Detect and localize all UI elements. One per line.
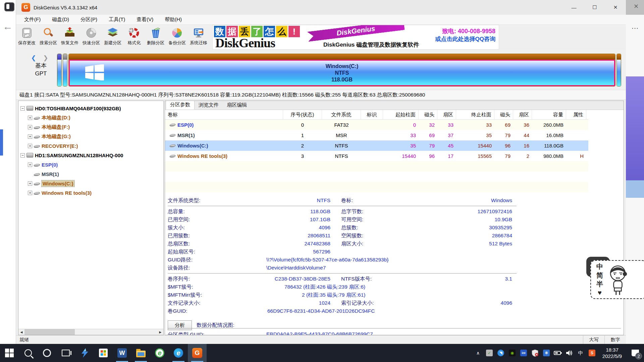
tray-overflow-chevron-icon[interactable]: ∧ <box>472 344 484 362</box>
scroll-right-icon[interactable]: ▶ <box>157 329 163 335</box>
start-button[interactable] <box>0 344 19 362</box>
status-numlock: 数字 <box>604 336 626 344</box>
tray-intel-icon[interactable]: int <box>518 344 529 362</box>
background-close-icon: ✕ <box>634 3 639 10</box>
collapse-icon[interactable]: − <box>20 153 25 158</box>
expand-icon[interactable]: + <box>28 116 32 120</box>
taskbar-edge-button[interactable]: e <box>169 344 188 362</box>
save-changes-button[interactable]: 保存更改 <box>16 25 38 50</box>
format-button[interactable]: 格式化 <box>123 25 145 50</box>
table-row-windows-re[interactable]: Windows RE tools(3) 3NTFS 15440 9617 155… <box>165 151 588 161</box>
cortana-button[interactable] <box>38 344 56 362</box>
tree-item-windows-re[interactable]: +Windows RE tools(3) <box>20 188 163 197</box>
system-migrate-button[interactable]: 系统迁移 <box>188 25 209 50</box>
tree-item-windows-c[interactable]: +Windows(C:) <box>20 179 163 188</box>
partition-block-windows-c[interactable]: Windows(C:) NTFS 118.0GB <box>68 54 615 86</box>
scrollbar-thumb[interactable] <box>24 329 75 335</box>
tray-snowflake-icon[interactable]: ❋ <box>541 344 552 362</box>
tray-ime-mode[interactable]: 中 <box>575 344 586 362</box>
expand-icon[interactable]: + <box>28 134 32 139</box>
new-partition-button[interactable]: 新建分区 <box>102 25 123 50</box>
disk-tree-panel: −HD0:TOSHIBAMQ04ABF100(932GB) +本地磁盘(D:) … <box>18 101 164 335</box>
table-row-esp[interactable]: ESP(0) 0FAT32 0 3233 3369 36260.0MB <box>165 120 588 130</box>
tree-item-local-d[interactable]: +本地磁盘(D:) <box>20 113 163 122</box>
banner-tile: 数 <box>214 26 225 37</box>
backup-partition-button[interactable]: 备份分区 <box>166 25 188 50</box>
expand-icon[interactable]: + <box>28 125 32 129</box>
menu-help[interactable]: 帮助(H) <box>165 16 182 23</box>
wallpaper-purple-band <box>626 76 644 180</box>
recover-files-icon <box>63 26 76 39</box>
ime-mode-cn[interactable]: 中 <box>596 262 603 271</box>
partition-block-esp[interactable] <box>57 54 62 86</box>
tray-nvidia-icon[interactable]: ◉ <box>506 344 518 362</box>
format-icon <box>128 26 141 39</box>
search-partition-icon <box>42 26 55 39</box>
taskbar: W e e G ∧ ✓ ◥ ◉ int ❋ 中 S 18:37 2022/ <box>0 344 644 362</box>
partition-block-re-tools[interactable] <box>616 54 621 86</box>
tree-horizontal-scrollbar[interactable]: ◀ ▶ <box>18 329 163 335</box>
delete-partition-button[interactable]: 删除分区 <box>145 25 166 50</box>
taskbar-search-button[interactable] <box>19 344 38 362</box>
taskbar-store-button[interactable] <box>94 344 113 362</box>
collapse-icon[interactable]: − <box>20 106 25 111</box>
taskbar-app-lightning[interactable] <box>75 344 94 362</box>
partition-table: 卷标序号(状态) 文件系统标识 起始柱面磁头 扇区终止柱面 磁头扇区 容量属性 … <box>165 110 588 192</box>
ime-mode-simplified[interactable]: 简 <box>596 271 603 280</box>
action-center-button[interactable]: 2 <box>627 344 644 362</box>
menu-file[interactable]: 文件(F) <box>24 16 41 23</box>
partition-type-guid-row: 分区类型 GUID: EBD0A0A2-B9E5-4433-87C0-68B6B… <box>168 328 621 335</box>
tab-browse-files[interactable]: 浏览文件 <box>195 101 223 110</box>
tree-item-hd1[interactable]: −HD1:SAMSUNGMZNLN128HAHQ-000 <box>20 150 163 160</box>
expand-icon[interactable]: + <box>28 181 32 186</box>
taskbar-clock[interactable]: 18:37 2022/5/9 <box>598 347 627 359</box>
table-row-windows-c-selected[interactable]: Windows(C:) 2NTFS 35 7945 1544096 16118.… <box>165 140 588 151</box>
tree-item-hd0[interactable]: −HD0:TOSHIBAMQ04ABF100(932GB) <box>20 104 163 113</box>
partition-detail-panel: 分区参数 浏览文件 扇区编辑 卷标序号(状态) 文件系统标识 起始柱面磁头 扇区… <box>165 101 624 335</box>
task-view-button[interactable] <box>56 344 75 362</box>
taskbar-diskgenius-button[interactable]: G <box>188 344 207 362</box>
taskbar-explorer-button[interactable] <box>131 344 150 362</box>
scroll-left-icon[interactable]: ◀ <box>18 329 24 335</box>
quick-partition-button[interactable]: 快速分区 <box>80 25 102 50</box>
tray-security-shield-icon[interactable] <box>529 344 541 362</box>
tree-item-local-g[interactable]: +本地磁盘(G:) <box>20 132 163 141</box>
menu-disk[interactable]: 磁盘(D) <box>52 16 69 23</box>
tree-item-recovery-e[interactable]: +RECOVERY(E:) <box>20 141 163 150</box>
recover-files-button[interactable]: 恢复文件 <box>59 25 80 50</box>
next-disk-arrow-icon[interactable]: ❯ <box>43 55 51 61</box>
menu-view[interactable]: 查看(V) <box>137 16 153 23</box>
expand-icon[interactable]: + <box>28 144 32 148</box>
maximize-button[interactable]: ☐ <box>584 0 605 15</box>
ime-status-widget[interactable]: 中 简 半 ♥ <box>583 259 644 300</box>
taskbar-ie-button[interactable]: e <box>150 344 169 362</box>
ime-heart-icon[interactable]: ♥ <box>596 288 603 297</box>
banner-ad[interactable]: 数 据 丢 了 怎 么 ! DiskGenius DiskGenius 致电: … <box>212 25 499 50</box>
tray-volume-icon[interactable] <box>564 344 575 362</box>
expand-icon[interactable]: + <box>28 191 32 195</box>
expand-icon[interactable]: + <box>28 163 32 167</box>
close-button[interactable]: ✕ <box>605 0 626 15</box>
tab-sector-edit[interactable]: 扇区编辑 <box>223 101 251 110</box>
tray-power-icon[interactable] <box>552 344 564 362</box>
tree-item-local-f[interactable]: +本地磁盘(F:) <box>20 122 163 132</box>
prev-disk-arrow-icon[interactable]: ❮ <box>31 55 39 61</box>
taskbar-word-button[interactable]: W <box>113 344 131 362</box>
menu-partition[interactable]: 分区(P) <box>80 16 97 23</box>
minimize-button[interactable]: — <box>564 0 584 15</box>
tray-sogou-icon[interactable]: S <box>586 344 598 362</box>
ime-mode-halfwidth[interactable]: 半 <box>596 280 603 288</box>
main-area: −HD0:TOSHIBAMQ04ABF100(932GB) +本地磁盘(D:) … <box>16 100 626 335</box>
table-row-msr[interactable]: MSR(1) 1MSR 33 6937 3579 4416.0MB <box>165 130 588 140</box>
tree-item-esp[interactable]: +ESP(0) <box>20 160 163 169</box>
tray-sync-icon[interactable]: ✓ <box>484 344 495 362</box>
disk-info-line: 磁盘1 接口:SATA 型号:SAMSUNGMZNLN128HAHQ-000H1… <box>16 90 626 100</box>
menu-tools[interactable]: 工具(T) <box>109 16 125 23</box>
search-partition-button[interactable]: 搜索分区 <box>38 25 59 50</box>
tray-messenger-icon[interactable]: ◥ <box>495 344 506 362</box>
tab-partition-params[interactable]: 分区参数 <box>166 101 195 110</box>
banner-qq-link[interactable]: 或点击此处选择QQ咨询 <box>435 35 495 43</box>
partition-icon <box>33 183 41 185</box>
partition-block-msr[interactable] <box>63 54 67 86</box>
tree-item-msr[interactable]: MSR(1) <box>20 169 163 179</box>
